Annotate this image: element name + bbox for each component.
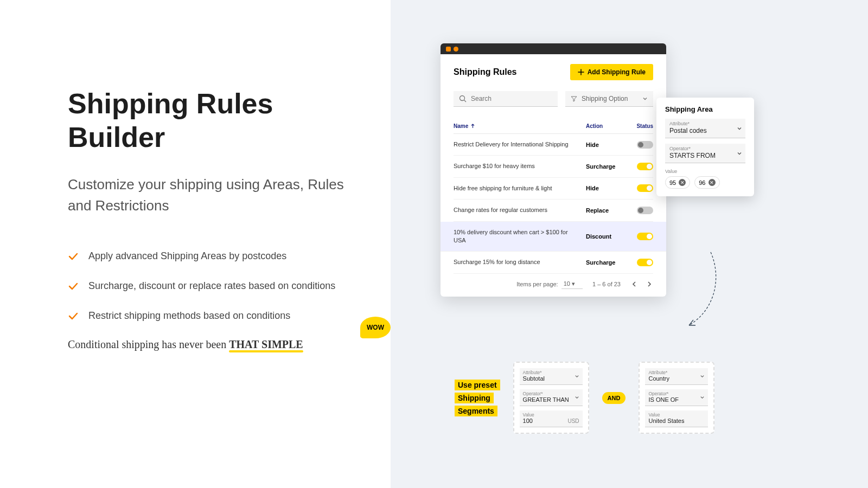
chevron-down-icon [700, 374, 705, 379]
connector-arrow-icon [673, 249, 722, 331]
status-toggle[interactable] [637, 163, 653, 170]
window-control-icon[interactable] [454, 47, 458, 52]
row-name: Change rates for regular customers [454, 206, 586, 214]
row-action: Surcharge [586, 259, 627, 266]
page-subtitle: Customize your shipping using Areas, Rul… [68, 174, 358, 216]
column-action[interactable]: Action [586, 123, 627, 129]
attribute-select[interactable]: Attribute* Subtotal [520, 368, 583, 385]
table-row[interactable]: Restrict Delievery for International Shi… [454, 134, 653, 156]
row-name: Surcharge $10 for heavy items [454, 162, 586, 170]
logic-and-badge: AND [602, 392, 626, 404]
next-page-button[interactable] [646, 280, 653, 288]
bullet-item: Apply advanced Shipping Areas by postcod… [68, 249, 358, 264]
status-toggle[interactable] [637, 233, 653, 240]
bullet-text: Apply advanced Shipping Areas by postcod… [88, 249, 286, 264]
operator-select[interactable]: Operator* IS ONE OF [645, 389, 708, 406]
row-action: Hide [586, 142, 627, 148]
value-chip: 95✕ [665, 176, 690, 189]
bullet-text: Surcharge, discount or replace rates bas… [88, 279, 335, 293]
table-row[interactable]: 10% delivery discount when cart > $100 f… [441, 222, 666, 252]
card-title: Shipping Area [665, 105, 745, 113]
row-action: Hide [586, 185, 627, 191]
table-footer: Items per page: 10 ▾ 1 – 6 of 23 [454, 279, 653, 289]
column-name[interactable]: Name [454, 123, 586, 129]
table-row[interactable]: Change rates for regular customersReplac… [454, 200, 653, 221]
status-toggle[interactable] [637, 207, 653, 214]
section-title: Shipping Rules [454, 67, 516, 77]
chevron-down-icon [642, 96, 648, 101]
wow-bubble: WOW [360, 317, 391, 338]
bullet-item: Restrict shipping methods based on condi… [68, 309, 358, 323]
pagination-range: 1 – 6 of 23 [592, 281, 621, 287]
chevron-down-icon [575, 395, 579, 400]
plus-icon [578, 69, 584, 75]
svg-point-0 [460, 96, 465, 101]
filter-icon [571, 95, 577, 102]
check-icon [68, 251, 79, 262]
value-input[interactable]: Value United States [645, 410, 708, 427]
bullet-item: Surcharge, discount or replace rates bas… [68, 279, 358, 293]
check-icon [68, 281, 79, 292]
table-row[interactable]: Surcharge 15% for long distanceSurcharge [454, 252, 653, 273]
row-action: Replace [586, 207, 627, 214]
page-title: Shipping Rules Builder [68, 87, 358, 155]
search-input[interactable] [454, 91, 558, 107]
sort-asc-icon [470, 124, 475, 129]
column-status[interactable]: Status [627, 123, 653, 129]
check-icon [68, 311, 79, 322]
status-toggle[interactable] [637, 259, 653, 266]
value-chip: 96✕ [694, 176, 719, 189]
table-header: Name Action Status [454, 119, 653, 134]
row-action: Discount [586, 233, 627, 240]
tagline: Conditional shipping has never been THAT… [68, 338, 358, 351]
window-control-icon[interactable] [446, 47, 451, 52]
attribute-select[interactable]: Attribute* Postal codes [665, 119, 745, 138]
row-name: Restrict Delievery for International Shi… [454, 140, 586, 149]
table-row[interactable]: Surcharge $10 for heavy itemsSurcharge [454, 156, 653, 177]
prev-page-button[interactable] [630, 280, 638, 288]
chevron-down-icon [737, 151, 742, 156]
chevron-down-icon [575, 374, 579, 379]
add-shipping-rule-button[interactable]: Add Shipping Rule [570, 64, 653, 80]
status-toggle[interactable] [637, 184, 653, 192]
shipping-option-filter[interactable]: Shipping Option [565, 91, 653, 107]
search-icon [459, 95, 467, 102]
app-window: Shipping Rules Add Shipping Rule Shippin… [441, 43, 666, 297]
bullet-text: Restrict shipping methods based on condi… [88, 309, 290, 323]
row-name: Surcharge 15% for long distance [454, 258, 586, 266]
condition-card-subtotal: Attribute* Subtotal Operator* GREATER TH… [513, 362, 589, 434]
row-action: Surcharge [586, 163, 627, 170]
condition-card-country: Attribute* Country Operator* IS ONE OF V… [639, 362, 714, 434]
remove-chip-button[interactable]: ✕ [679, 179, 686, 186]
preset-label: Use preset Shipping Segments [455, 380, 500, 416]
shipping-area-card: Shipping Area Attribute* Postal codes Op… [656, 98, 754, 196]
operator-select[interactable]: Operator* STARTS FROM [665, 144, 745, 163]
chevron-down-icon [700, 395, 705, 400]
per-page-select[interactable]: 10 ▾ [561, 279, 583, 289]
window-titlebar [441, 43, 666, 54]
table-row[interactable]: Hide free shipping for furniture & light… [454, 178, 653, 200]
remove-chip-button[interactable]: ✕ [709, 179, 716, 186]
attribute-select[interactable]: Attribute* Country [645, 368, 708, 385]
value-input[interactable]: Value 100 USD [520, 410, 583, 427]
status-toggle[interactable] [637, 141, 653, 149]
row-name: Hide free shipping for furniture & light [454, 184, 586, 192]
row-name: 10% delivery discount when cart > $100 f… [454, 228, 586, 245]
operator-select[interactable]: Operator* GREATER THAN [520, 389, 583, 406]
chevron-down-icon [737, 126, 742, 131]
